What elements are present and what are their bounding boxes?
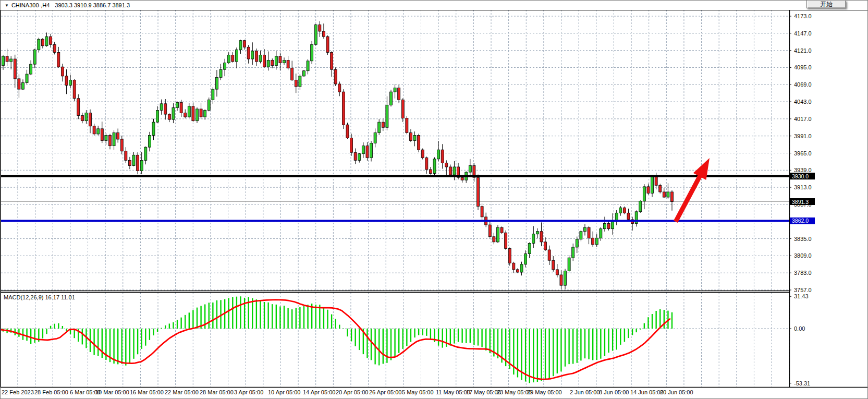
candle-body	[334, 69, 337, 84]
candle-body	[623, 208, 626, 213]
candle-body	[204, 110, 206, 117]
bid-price-badge-text: 3891.3	[792, 199, 809, 205]
price-axis-label: 3757.0	[794, 287, 812, 293]
candle-body	[61, 67, 64, 76]
candle-body	[247, 47, 250, 59]
candle-body	[528, 243, 531, 253]
candle-body	[588, 227, 590, 238]
candle-body	[73, 80, 76, 98]
candle-body	[97, 129, 100, 134]
candle-body	[93, 126, 95, 134]
candle-body	[207, 100, 210, 110]
candle-body	[200, 109, 202, 117]
candle-body	[389, 92, 392, 105]
candle-body	[481, 207, 483, 217]
price-axis-label: 3939.0	[794, 167, 812, 173]
candle-body	[180, 102, 182, 113]
candle-body	[500, 227, 503, 233]
candle-body	[275, 56, 277, 66]
time-axis-label: 14 Jun 05:00	[630, 389, 664, 395]
candle-body	[10, 59, 13, 62]
candle-body	[540, 232, 543, 242]
candle-body	[564, 271, 567, 285]
candle-body	[132, 155, 135, 165]
candle-body	[488, 225, 491, 237]
candle-body	[2, 56, 5, 66]
time-axis-label: 10 Apr 05:00	[268, 389, 300, 395]
chart-title-bar: ▼ CHINA300-,H4 3903.3 3910.9 3886.7 3891…	[1, 1, 867, 10]
candle-body	[231, 55, 234, 62]
candle-body	[398, 88, 400, 100]
candle-body	[520, 264, 523, 272]
time-axis-label: 28 Feb 05:00	[34, 389, 68, 395]
candle-body	[33, 50, 36, 64]
price-axis-label: 3991.0	[794, 133, 812, 139]
time-axis-label: 17 May 05:00	[466, 389, 501, 395]
candle-body	[386, 105, 388, 127]
price-axis-label: 4069.0	[794, 81, 812, 88]
time-axis-label: 2 Jun 05:00	[570, 389, 600, 395]
candle-body	[108, 135, 111, 146]
price-axis-label: 3783.0	[794, 270, 812, 276]
time-axis-label: 5 May 05:00	[402, 389, 434, 395]
candle-body	[382, 122, 384, 127]
candle-body	[164, 104, 167, 114]
time-axis-label: 20 Apr 05:00	[336, 389, 368, 395]
candle-body	[437, 150, 440, 159]
candle-body	[406, 118, 408, 133]
candle-body	[619, 208, 622, 213]
candle-body	[195, 109, 198, 121]
arrow-shaft[interactable]	[676, 174, 701, 222]
price-axis-label: 4147.0	[794, 30, 812, 37]
candle-body	[128, 160, 131, 165]
candle-body	[319, 25, 321, 31]
chart-symbol-period: CHINA300-,H4	[11, 2, 50, 8]
candle-body	[568, 258, 570, 271]
candle-body	[512, 263, 515, 270]
time-axis-label: 28 Mar 05:00	[200, 389, 234, 395]
chart-window: ▼ CHINA300-,H4 3903.3 3910.9 3886.7 3891…	[0, 0, 868, 399]
price-axis-label: 4121.0	[794, 47, 812, 54]
candle-body	[445, 163, 448, 167]
time-axis-label: 8 Jun 05:00	[599, 389, 629, 395]
trend-arrow[interactable]	[676, 158, 710, 222]
price-badges: 3930.03891.33862.0	[790, 173, 815, 224]
candle-body	[516, 270, 519, 272]
candle-body	[655, 176, 657, 186]
candle-body	[663, 192, 665, 197]
candle-body	[612, 221, 614, 228]
candle-body	[219, 69, 222, 77]
candle-body	[144, 147, 147, 160]
candle-body	[85, 113, 88, 121]
candle-body	[493, 237, 495, 242]
support-price-badge-text: 3862.0	[792, 217, 809, 224]
candle-body	[41, 39, 44, 46]
candle-body	[314, 25, 317, 44]
candle-body	[560, 275, 563, 285]
start-button[interactable]: 开始	[806, 1, 846, 8]
price-axis-label: 3965.0	[794, 150, 812, 156]
candle-body	[30, 64, 32, 74]
candle-body	[291, 68, 294, 80]
candle-body	[603, 224, 606, 229]
candle-body	[607, 224, 610, 229]
candle-body	[160, 104, 163, 111]
candle-body	[322, 31, 325, 37]
candle-body	[338, 84, 341, 92]
candle-body	[615, 213, 618, 221]
candle-body	[572, 247, 574, 258]
candle-body	[366, 146, 369, 158]
chart-ohlc-values: 3903.3 3910.9 3886.7 3891.3	[55, 2, 130, 8]
candle-body	[295, 80, 297, 87]
candle-body	[38, 39, 40, 50]
candle-body	[671, 192, 674, 202]
chart-canvas: MACD(12,26,9) 16.17 11.01 4173.04147.041…	[1, 1, 868, 399]
candle-body	[137, 155, 139, 171]
candle-body	[259, 55, 262, 62]
candle-body	[267, 61, 270, 67]
time-axis-label: 11 May 05:00	[436, 389, 470, 395]
candle-body	[307, 61, 309, 71]
candle-body	[354, 152, 357, 160]
symbol-dropdown-caret[interactable]: ▼	[5, 3, 9, 8]
candle-body	[302, 71, 305, 76]
